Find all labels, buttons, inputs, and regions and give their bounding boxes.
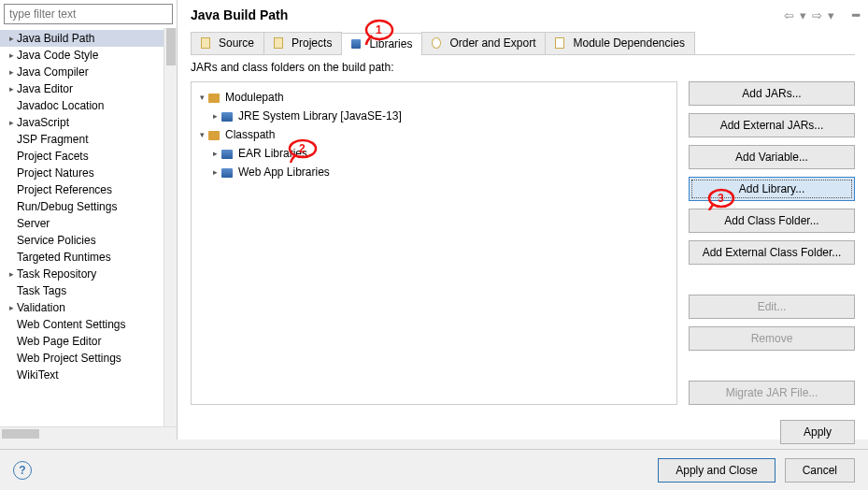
filter-input[interactable]: [4, 4, 173, 24]
buildpath-tree[interactable]: ▾ Modulepath ▸ JRE System Library [JavaS…: [191, 81, 677, 405]
projects-icon: [274, 36, 287, 50]
add-external-class-folder-button[interactable]: Add External Class Folder...: [689, 240, 855, 265]
chevron-right-icon[interactable]: ▸: [208, 149, 221, 158]
add-library-button[interactable]: Add Library...: [689, 177, 855, 201]
add-jars-button[interactable]: Add JARs...: [689, 81, 855, 106]
tab-order-export[interactable]: Order and Export: [421, 32, 546, 54]
jre-node[interactable]: ▸ JRE System Library [JavaSE-13]: [208, 107, 673, 125]
jre-icon: [221, 109, 236, 122]
sidebar-item-validation[interactable]: ▸Validation: [0, 299, 177, 316]
sidebar-item-java-code-style[interactable]: ▸Java Code Style: [0, 47, 177, 64]
sidebar-item-label: Project Natures: [17, 166, 94, 180]
sidebar-item-label: Project References: [17, 183, 112, 196]
horizontal-scrollbar[interactable]: [0, 426, 177, 440]
sidebar-item-label: JavaScript: [17, 116, 69, 129]
sidebar-item-label: Validation: [17, 301, 65, 314]
sidebar-item-run-debug-settings[interactable]: ▸Run/Debug Settings: [0, 198, 177, 215]
ear-icon: [221, 147, 236, 160]
vertical-scrollbar[interactable]: [164, 28, 177, 426]
migrate-jar-button: Migrate JAR File...: [689, 381, 855, 405]
chevron-down-icon[interactable]: ▾: [195, 93, 208, 102]
chevron-down-icon[interactable]: ▾: [195, 130, 208, 139]
sidebar-item-server[interactable]: ▸Server: [0, 215, 177, 232]
sidebar-item-label: Run/Debug Settings: [17, 200, 117, 213]
add-external-jars-button[interactable]: Add External JARs...: [689, 113, 855, 137]
forward2-icon[interactable]: ⇨: [812, 8, 822, 22]
webapp-libraries-node[interactable]: ▸ Web App Libraries: [208, 163, 673, 181]
add-variable-button[interactable]: Add Variable...: [689, 145, 855, 169]
sidebar-item-project-natures[interactable]: ▸Project Natures: [0, 165, 177, 181]
sidebar-item-project-references[interactable]: ▸Project References: [0, 181, 177, 198]
order-icon: [432, 36, 445, 50]
sidebar-item-label: Java Build Path: [17, 32, 94, 45]
sidebar-item-javascript[interactable]: ▸JavaScript: [0, 114, 177, 131]
apply-and-close-button[interactable]: Apply and Close: [658, 458, 775, 483]
sidebar-item-javadoc-location[interactable]: ▸Javadoc Location: [0, 97, 177, 114]
tabbar: Source Projects Libraries Order and Expo…: [191, 32, 855, 55]
modulepath-node[interactable]: ▾ Modulepath: [195, 88, 673, 107]
sidebar-item-service-policies[interactable]: ▸Service Policies: [0, 232, 177, 249]
tab-module-dependencies[interactable]: Module Dependencies: [545, 32, 694, 54]
sidebar-item-label: WikiText: [17, 368, 59, 382]
apply-button[interactable]: Apply: [780, 420, 855, 444]
sidebar-item-label: Server: [17, 217, 50, 230]
cancel-button[interactable]: Cancel: [785, 458, 855, 483]
sidebar-item-label: Task Repository: [17, 267, 96, 281]
sidebar-item-web-project-settings[interactable]: ▸Web Project Settings: [0, 350, 177, 367]
main-pane: Java Build Path ⇦ ▾ ⇨ ▾ ••• Source Proje…: [178, 0, 868, 440]
sidebar-item-label: Web Page Editor: [17, 335, 102, 348]
help-icon[interactable]: ?: [13, 461, 32, 480]
sidebar-item-web-content-settings[interactable]: ▸Web Content Settings: [0, 316, 177, 333]
page-title: Java Build Path: [191, 7, 784, 22]
chevron-right-icon[interactable]: ▸: [6, 84, 17, 94]
webapp-icon: [221, 166, 236, 179]
dropdown-icon[interactable]: ▾: [828, 8, 834, 22]
chevron-right-icon[interactable]: ▸: [6, 118, 17, 127]
chevron-right-icon[interactable]: ▸: [6, 50, 17, 60]
source-icon: [201, 36, 214, 50]
add-class-folder-button[interactable]: Add Class Folder...: [689, 209, 855, 233]
sidebar-item-project-facets[interactable]: ▸Project Facets: [0, 148, 177, 165]
chevron-right-icon[interactable]: ▸: [6, 34, 17, 43]
tab-source[interactable]: Source: [191, 32, 264, 54]
sidebar-item-wikitext[interactable]: ▸WikiText: [0, 367, 177, 383]
back-icon[interactable]: ⇦: [784, 8, 794, 22]
sidebar-item-targeted-runtimes[interactable]: ▸Targeted Runtimes: [0, 249, 177, 266]
sidebar-item-label: Service Policies: [17, 234, 96, 247]
sidebar-item-label: Javadoc Location: [17, 99, 104, 112]
classpath-icon: [208, 128, 223, 141]
dialog-footer: ? Apply and Close Cancel: [0, 449, 868, 490]
sidebar-item-label: Web Project Settings: [17, 352, 121, 365]
chevron-right-icon[interactable]: ▸: [6, 303, 17, 312]
sidebar-item-task-tags[interactable]: ▸Task Tags: [0, 282, 177, 299]
sidebar-item-label: Web Content Settings: [17, 318, 126, 331]
sidebar-item-label: JSP Fragment: [17, 133, 88, 146]
sidebar-item-task-repository[interactable]: ▸Task Repository: [0, 266, 177, 282]
sidebar-tree[interactable]: ▸Java Build Path▸Java Code Style▸Java Co…: [0, 28, 177, 426]
chevron-right-icon[interactable]: ▸: [6, 67, 17, 77]
sidebar-item-label: Targeted Runtimes: [17, 251, 111, 264]
sidebar-item-java-compiler[interactable]: ▸Java Compiler: [0, 64, 177, 80]
sidebar-item-java-editor[interactable]: ▸Java Editor: [0, 80, 177, 97]
chevron-right-icon[interactable]: ▸: [6, 269, 17, 279]
buildpath-buttons: Add JARs... Add External JARs... Add Var…: [689, 81, 855, 405]
tab-libraries[interactable]: Libraries: [341, 33, 422, 55]
module-icon: [555, 36, 568, 50]
sidebar-item-label: Task Tags: [17, 284, 66, 297]
chevron-right-icon[interactable]: ▸: [208, 111, 221, 121]
ear-libraries-node[interactable]: ▸ EAR Libraries: [208, 144, 673, 163]
classpath-node[interactable]: ▾ Classpath: [195, 125, 673, 144]
libraries-icon: [351, 37, 364, 50]
sidebar-item-java-build-path[interactable]: ▸Java Build Path: [0, 30, 177, 47]
sidebar-item-jsp-fragment[interactable]: ▸JSP Fragment: [0, 131, 177, 148]
edit-button: Edit...: [689, 295, 855, 319]
tab-projects[interactable]: Projects: [263, 32, 342, 54]
sidebar-item-label: Project Facets: [17, 150, 89, 163]
forward-icon[interactable]: ▾: [800, 8, 806, 22]
menu-icon[interactable]: •••: [851, 8, 859, 22]
sidebar-item-label: Java Code Style: [17, 49, 98, 62]
buildpath-subtitle: JARs and class folders on the build path…: [178, 55, 868, 74]
remove-button: Remove: [689, 326, 855, 351]
sidebar-item-web-page-editor[interactable]: ▸Web Page Editor: [0, 333, 177, 350]
chevron-right-icon[interactable]: ▸: [208, 167, 221, 177]
